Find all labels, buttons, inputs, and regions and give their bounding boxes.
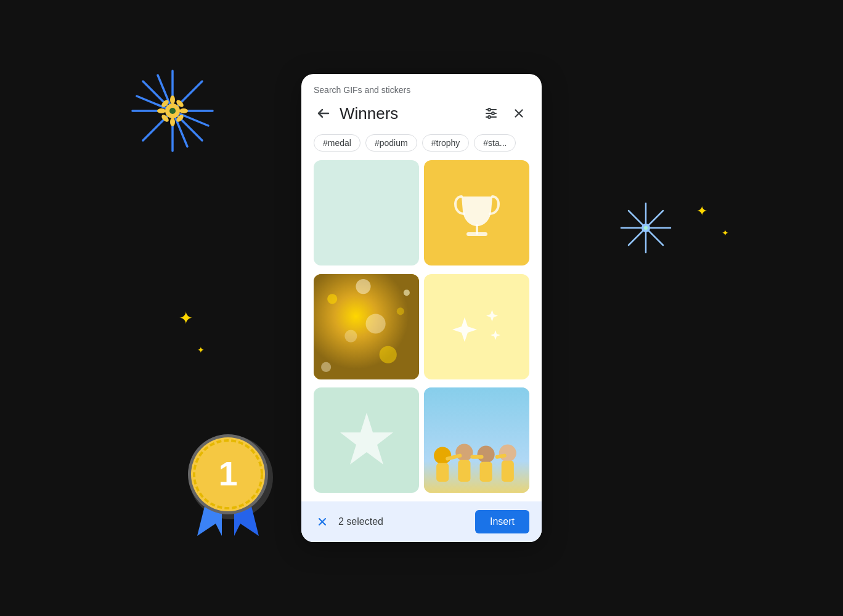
grid-item-2[interactable] (424, 160, 529, 265)
svg-line-28 (629, 228, 646, 245)
svg-text:1: 1 (218, 454, 237, 493)
svg-line-7 (173, 81, 202, 111)
svg-point-35 (188, 434, 268, 514)
gif-grid (301, 160, 542, 496)
medal-badge-icon: 1 (166, 407, 290, 542)
svg-line-5 (173, 111, 202, 140)
modal-title-row: Winners (301, 99, 542, 131)
close-icon (512, 107, 526, 120)
svg-point-49 (397, 307, 404, 315)
grid-item-3[interactable] (314, 274, 419, 379)
svg-rect-45 (466, 232, 487, 236)
svg-point-62 (499, 445, 516, 462)
svg-rect-57 (436, 463, 449, 482)
svg-point-50 (344, 330, 357, 342)
svg-line-11 (173, 111, 187, 147)
sparkles-svg (440, 296, 514, 357)
svg-line-6 (143, 111, 173, 140)
svg-point-12 (165, 103, 180, 118)
trophy-svg (449, 185, 505, 241)
back-button[interactable] (314, 103, 333, 123)
filter-button[interactable] (480, 102, 502, 124)
svg-point-60 (478, 446, 495, 463)
sparkle-3-icon: ✦ (696, 203, 707, 219)
svg-point-43 (492, 112, 494, 115)
svg-rect-61 (480, 462, 492, 482)
svg-point-52 (321, 362, 331, 371)
sparkle-1-icon: ✦ (179, 308, 193, 328)
x-icon (316, 516, 328, 528)
svg-point-36 (191, 437, 265, 511)
starburst-blue-icon (123, 62, 222, 160)
tag-medal[interactable]: #medal (314, 134, 360, 152)
svg-point-14 (170, 95, 175, 104)
svg-marker-33 (197, 487, 222, 536)
svg-line-26 (629, 211, 646, 228)
svg-line-8 (137, 96, 173, 111)
svg-point-56 (434, 447, 451, 464)
svg-point-21 (175, 113, 185, 123)
search-header-label: Search GIFs and stickers (301, 74, 542, 99)
svg-point-19 (175, 99, 185, 108)
gif-search-modal: Search GIFs and stickers Winners (301, 74, 542, 542)
star-svg (333, 407, 401, 474)
svg-rect-59 (458, 460, 470, 482)
team-photo-svg (424, 387, 529, 493)
svg-rect-63 (502, 461, 514, 482)
tags-row: #medal #podium #trophy #sta... (301, 131, 542, 160)
svg-point-42 (488, 108, 491, 111)
svg-line-4 (143, 81, 173, 111)
svg-point-18 (160, 99, 170, 108)
svg-point-30 (641, 224, 650, 232)
bottom-selection-bar: 2 selected Insert (301, 501, 542, 542)
svg-point-17 (179, 108, 188, 113)
tag-trophy[interactable]: #trophy (422, 134, 470, 152)
back-arrow-icon (316, 106, 331, 121)
svg-point-16 (157, 108, 166, 113)
svg-point-32 (189, 436, 273, 519)
glitter-svg (314, 274, 419, 379)
svg-line-66 (497, 456, 505, 457)
svg-line-10 (158, 75, 173, 111)
tag-podium[interactable]: #podium (365, 134, 417, 152)
svg-point-13 (169, 108, 176, 114)
sparkle-2-icon: ✦ (197, 345, 205, 355)
tag-star[interactable]: #sta... (474, 134, 516, 152)
selected-count-label: 2 selected (338, 516, 468, 527)
modal-title: Winners (340, 104, 474, 123)
svg-line-27 (646, 228, 663, 245)
svg-line-29 (646, 211, 663, 228)
svg-point-54 (365, 314, 385, 333)
svg-point-58 (455, 444, 473, 461)
svg-point-15 (170, 118, 175, 126)
svg-line-9 (173, 111, 208, 126)
insert-button[interactable]: Insert (475, 510, 529, 533)
grid-item-5[interactable] (314, 387, 419, 493)
grid-item-4[interactable] (424, 274, 529, 379)
clear-selection-button[interactable] (314, 513, 331, 530)
svg-point-44 (488, 116, 491, 118)
svg-point-48 (356, 279, 370, 294)
svg-point-53 (404, 290, 410, 296)
svg-point-31 (644, 226, 648, 230)
svg-point-47 (327, 294, 337, 304)
svg-marker-34 (234, 487, 259, 536)
starburst-light-icon (615, 197, 677, 259)
sparkle-4-icon: ✦ (722, 228, 729, 238)
svg-point-20 (160, 113, 170, 123)
svg-point-37 (194, 440, 262, 508)
filter-icon (484, 106, 499, 121)
close-button[interactable] (508, 103, 529, 124)
grid-item-6[interactable] (424, 387, 529, 493)
svg-point-51 (380, 346, 397, 363)
grid-item-1[interactable] (314, 160, 419, 265)
